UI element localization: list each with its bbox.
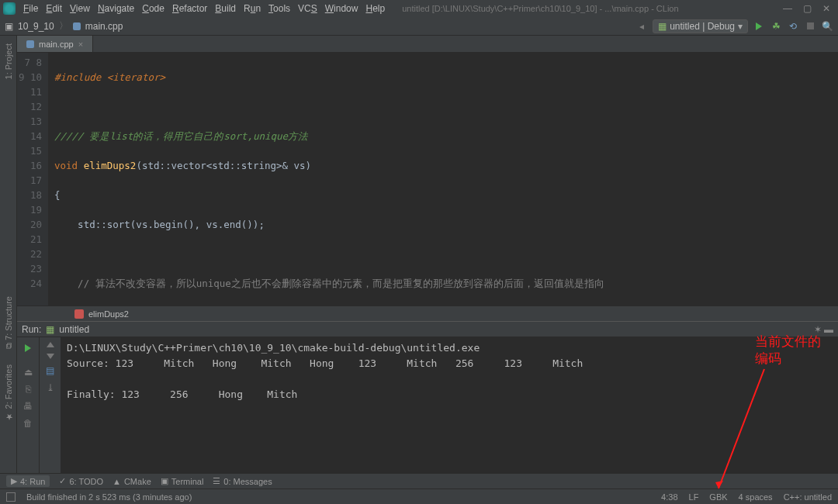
window-title: untitled [D:\LINUX\Study\C++Primer\ch10\…: [402, 4, 775, 13]
run-tab[interactable]: untitled: [59, 324, 89, 335]
close-icon[interactable]: ✕: [822, 3, 830, 14]
chevron-down-icon: ▾: [738, 21, 743, 32]
maximize-icon[interactable]: ▢: [803, 3, 812, 14]
menu-run[interactable]: Run: [244, 3, 261, 14]
up-icon[interactable]: [47, 342, 54, 347]
console-output[interactable]: D:\LINUX\Study\C++Primer\ch10\10_9_10\cm…: [61, 337, 838, 473]
folder-icon: ▣: [5, 21, 13, 32]
down-icon[interactable]: [47, 354, 54, 359]
gutter: 7 8 9 10 11 12 13 14 15 16 17 18 19 20 2…: [17, 53, 48, 306]
line-separator[interactable]: LF: [689, 492, 699, 502]
project-tool-button[interactable]: 1: Project: [4, 43, 13, 79]
code-area[interactable]: #include <iterator> ///// 要是list的话，得用它自己…: [48, 53, 838, 306]
menu-navigate[interactable]: Navigate: [98, 3, 134, 14]
favorites-tool-button[interactable]: ★ 2: Favorites: [3, 364, 13, 422]
run-label: Run:: [22, 324, 41, 335]
rerun-button[interactable]: [22, 342, 34, 354]
run-config-select[interactable]: ▦ untitled | Debug ▾: [653, 19, 748, 33]
print-button[interactable]: 🖶: [23, 401, 33, 412]
exit-button[interactable]: ⏏: [24, 367, 33, 378]
search-icon[interactable]: 🔍: [821, 20, 833, 33]
minimize-icon[interactable]: —: [783, 3, 792, 14]
tab-close-icon[interactable]: ×: [78, 40, 83, 49]
tw-messages[interactable]: ☰ 0: Messages: [213, 476, 272, 486]
tw-run[interactable]: ▶ 4: Run: [6, 475, 50, 487]
wrap-button[interactable]: ▤: [46, 365, 54, 376]
tab-label: main.cpp: [39, 40, 74, 49]
caret-position[interactable]: 4:38: [661, 492, 677, 502]
menu-view[interactable]: View: [70, 3, 90, 14]
menu-tools[interactable]: Tools: [268, 3, 290, 14]
run-toolbar-nav: ▤ ⤓: [39, 337, 61, 473]
settings-icon[interactable]: ✶ ▬: [814, 324, 833, 335]
run-toolbar-left: ⏏ ⎘ 🖶 🗑: [17, 337, 39, 473]
editor-tab-main[interactable]: main.cpp ×: [17, 36, 93, 52]
run-button[interactable]: [753, 20, 765, 33]
app-logo: [3, 2, 16, 15]
menu-build[interactable]: Build: [215, 3, 236, 14]
navigation-bar: ▣ 10_9_10 〉 main.cpp ◂ ▦ untitled | Debu…: [0, 17, 838, 36]
editor-tabs: main.cpp ×: [17, 36, 838, 53]
debug-button[interactable]: ☘: [770, 20, 782, 33]
file-encoding[interactable]: GBK: [709, 492, 727, 502]
menu-window[interactable]: Window: [325, 3, 358, 14]
status-bar: Build finished in 2 s 523 ms (3 minutes …: [0, 488, 838, 504]
tw-cmake[interactable]: ▲ CMake: [113, 477, 151, 486]
indent-setting[interactable]: 4 spaces: [739, 492, 773, 502]
structure-breadcrumb: elimDups2: [17, 306, 838, 321]
tool-window-bar: ▶ 4: Run ✓ 6: TODO ▲ CMake ▣ Terminal ☰ …: [0, 473, 838, 488]
function-icon: [74, 309, 84, 319]
structure-tool-button[interactable]: ⧉ 7: Structure: [4, 296, 13, 349]
breadcrumb-fn[interactable]: elimDups2: [88, 309, 129, 319]
cpp-file-icon: [73, 22, 81, 30]
code-editor[interactable]: 7 8 9 10 11 12 13 14 15 16 17 18 19 20 2…: [17, 53, 838, 306]
menu-bar: File Edit View Navigate Code Refactor Bu…: [0, 0, 838, 17]
trash-button[interactable]: 🗑: [23, 418, 33, 429]
prev-button[interactable]: ◂: [635, 20, 648, 33]
build-status: Build finished in 2 s 523 ms (3 minutes …: [26, 492, 192, 502]
breadcrumb-folder[interactable]: 10_9_10: [18, 21, 54, 32]
stop-button[interactable]: [804, 20, 816, 33]
run-config-label: untitled | Debug: [670, 21, 735, 32]
menu-refactor[interactable]: Refactor: [172, 3, 207, 14]
menu-file[interactable]: File: [23, 3, 38, 14]
scroll-button[interactable]: ⤓: [47, 382, 54, 393]
chevron-right-icon: 〉: [59, 19, 68, 33]
menu-help[interactable]: Help: [365, 3, 385, 14]
left-tool-rail: 1: Project ⧉ 7: Structure ★ 2: Favorites: [0, 36, 17, 473]
context[interactable]: C++: untitled: [784, 492, 832, 502]
tw-terminal[interactable]: ▣ Terminal: [161, 476, 204, 486]
menu-code[interactable]: Code: [142, 3, 164, 14]
cpp-file-icon: [26, 40, 34, 48]
status-icon[interactable]: [6, 492, 16, 502]
menu-vcs[interactable]: VCS: [298, 3, 317, 14]
attach-button[interactable]: ⟲: [787, 20, 799, 33]
output-button[interactable]: ⎘: [26, 384, 31, 395]
tw-todo[interactable]: ✓ 6: TODO: [59, 476, 103, 486]
menu-edit[interactable]: Edit: [46, 3, 62, 14]
breadcrumb-file[interactable]: main.cpp: [85, 21, 123, 32]
run-tool-window: Run: ▦ untitled ✶ ▬ ⏏ ⎘ 🖶 🗑: [17, 321, 838, 473]
